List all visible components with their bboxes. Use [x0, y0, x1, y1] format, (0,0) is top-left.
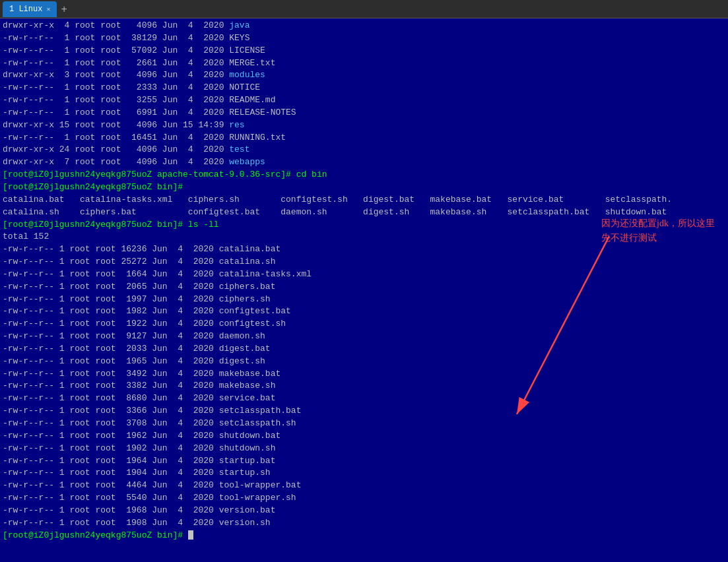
terminal-line: -rw-r--r-- 1 root root 8680 Jun 4 2020 s… [3, 392, 725, 405]
terminal-line: [root@iZ0jlgushn24yeqkg875uoZ bin]# [3, 530, 725, 542]
terminal-line: -rw-r--r-- 1 root root 1968 Jun 4 2020 v… [3, 505, 725, 517]
terminal-line: -rw-r--r-- 1 root root 2065 Jun 4 2020 c… [3, 281, 725, 294]
terminal-line: -rw-r--r-- 1 root root 1904 Jun 4 2020 s… [3, 467, 725, 480]
tab-linux[interactable]: 1 Linux ✕ [3, 1, 57, 17]
terminal-line: -rw-r--r-- 1 root root 2661 Jun 4 2020 M… [3, 57, 725, 70]
terminal-line: -rw-r--r-- 1 root root 1982 Jun 4 2020 c… [3, 305, 725, 318]
tab-bar: 1 Linux ✕ + [0, 0, 728, 18]
annotation-line2: 先不进行测试 [601, 233, 657, 243]
terminal-line: -rw-r--r-- 1 root root 16451 Jun 4 2020 … [3, 132, 725, 144]
tab-close-button[interactable]: ✕ [46, 5, 50, 13]
terminal-line: drwxr-xr-x 3 root root 4096 Jun 4 2020 m… [3, 69, 725, 82]
terminal-line: -rw-r--r-- 1 root root 25272 Jun 4 2020 … [3, 256, 725, 268]
terminal-line: drwxr-xr-x 15 root root 4096 Jun 15 14:3… [3, 119, 725, 132]
terminal-line: -rw-r--r-- 1 root root 1997 Jun 4 2020 c… [3, 294, 725, 306]
terminal-area: drwxr-xr-x 4 root root 4096 Jun 4 2020 j… [0, 18, 728, 562]
tab-add-button[interactable]: + [57, 4, 71, 15]
terminal-line: -rw-r--r-- 1 root root 3255 Jun 4 2020 R… [3, 94, 725, 107]
terminal-line: -rw-r--r-- 1 root root 6991 Jun 4 2020 R… [3, 107, 725, 119]
terminal-line: -rw-r--r-- 1 root root 38129 Jun 4 2020 … [3, 32, 725, 45]
terminal-line: drwxr-xr-x 4 root root 4096 Jun 4 2020 j… [3, 20, 725, 32]
terminal-line: -rw-r--r-- 1 root root 1908 Jun 4 2020 v… [3, 517, 725, 530]
terminal-line: -rw-r--r-- 1 root root 3708 Jun 4 2020 s… [3, 418, 725, 430]
terminal-line: -rw-r--r-- 1 root root 1965 Jun 4 2020 d… [3, 356, 725, 368]
terminal-line: [root@iZ0jlgushn24yeqkg875uoZ apache-tom… [3, 169, 725, 181]
terminal-line: -rw-r--r-- 1 root root 2333 Jun 4 2020 N… [3, 82, 725, 94]
tab-label: 1 Linux [9, 5, 42, 14]
annotation-box: 因为还没配置jdk，所以这里 先不进行测试 [601, 216, 715, 246]
terminal-line: -rw-r--r-- 1 root root 4464 Jun 4 2020 t… [3, 480, 725, 492]
terminal-line: -rw-r--r-- 1 root root 9127 Jun 4 2020 d… [3, 330, 725, 343]
terminal-line: drwxr-xr-x 7 root root 4096 Jun 4 2020 w… [3, 156, 725, 169]
terminal-line: -rw-r--r-- 1 root root 1962 Jun 4 2020 s… [3, 430, 725, 443]
terminal-output: drwxr-xr-x 4 root root 4096 Jun 4 2020 j… [3, 20, 725, 542]
terminal-line: -rw-r--r-- 1 root root 2033 Jun 4 2020 d… [3, 343, 725, 356]
terminal-line: -rw-r--r-- 1 root root 3492 Jun 4 2020 m… [3, 368, 725, 381]
terminal-line: catalina.bat catalina-tasks.xml ciphers.… [3, 194, 725, 206]
annotation-line1: 因为还没配置jdk，所以这里 [601, 218, 715, 228]
terminal-line: -rw-r--r-- 1 root root 3382 Jun 4 2020 m… [3, 380, 725, 392]
terminal-line: -rw-r--r-- 1 root root 1664 Jun 4 2020 c… [3, 268, 725, 281]
terminal-line: -rw-r--r-- 1 root root 1902 Jun 4 2020 s… [3, 443, 725, 455]
terminal-line: -rw-r--r-- 1 root root 3366 Jun 4 2020 s… [3, 405, 725, 418]
terminal-line: drwxr-xr-x 24 root root 4096 Jun 4 2020 … [3, 144, 725, 156]
terminal-line: -rw-r--r-- 1 root root 5540 Jun 4 2020 t… [3, 492, 725, 505]
terminal-line: -rw-r--r-- 1 root root 1922 Jun 4 2020 c… [3, 318, 725, 330]
terminal-line: [root@iZ0jlgushn24yeqkg875uoZ bin]# [3, 181, 725, 194]
terminal-line: -rw-r--r-- 1 root root 1964 Jun 4 2020 s… [3, 455, 725, 468]
terminal-line: -rw-r--r-- 1 root root 57092 Jun 4 2020 … [3, 45, 725, 57]
